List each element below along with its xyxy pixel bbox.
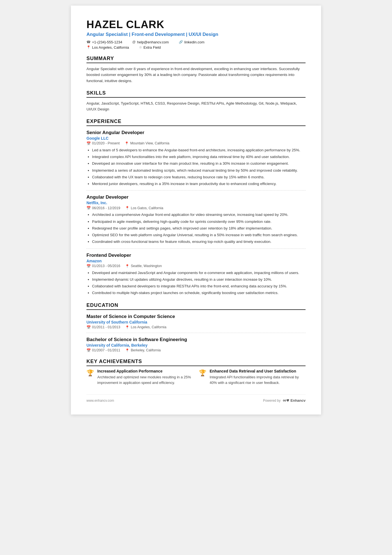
achievement-1-icon: 🏆	[86, 369, 94, 377]
calendar-icon-2: 📅	[86, 206, 91, 210]
list-item: Redesigned the user profile and settings…	[92, 225, 306, 231]
achievement-2-text: Integrated API functionalities improving…	[210, 374, 306, 386]
experience-title: EXPERIENCE	[86, 119, 306, 126]
edu-1-school: University of Southern California	[86, 320, 306, 324]
header: HAZEL CLARK Angular Specialist | Front-e…	[86, 19, 306, 50]
list-item: Contributed to multiple high-stakes proj…	[92, 290, 306, 296]
candidate-title: Angular Specialist | Front-end Developme…	[86, 32, 306, 37]
education-section: EDUCATION Master of Science in Computer …	[86, 302, 306, 352]
skills-section: SKILLS Angular, JavaScript, TypeScript, …	[86, 90, 306, 112]
job-2-location: 📍 Los Gatos, California	[125, 206, 163, 210]
list-item: Collaborated with backend developers to …	[92, 283, 306, 289]
location-icon-1: 📍	[125, 141, 129, 145]
resume-page: HAZEL CLARK Angular Specialist | Front-e…	[71, 6, 321, 415]
job-1-location: 📍 Mountain View, California	[125, 141, 169, 145]
achievement-2-icon: 🏆	[199, 369, 206, 377]
enhancv-name: Enhancv	[291, 398, 306, 403]
job-3-dates: 📅 01/2013 - 05/2016	[86, 264, 120, 268]
location-icon-2: 📍	[125, 206, 130, 210]
summary-text: Angular Specialist with over 8 years of …	[86, 66, 306, 84]
list-item: Collaborated with the UX team to redesig…	[92, 174, 306, 180]
enhancv-logo: ∞♥ Enhancv	[283, 398, 306, 403]
phone-value: +1-(234)-555-1234	[92, 40, 122, 44]
job-2-title: Angular Developer	[86, 194, 306, 200]
summary-section: SUMMARY Angular Specialist with over 8 y…	[86, 56, 306, 84]
list-item: Mentored junior developers, resulting in…	[92, 181, 306, 187]
calendar-icon-edu1: 📅	[86, 325, 91, 329]
location-icon: 📍	[86, 45, 91, 49]
list-item: Coordinated with cross-functional teams …	[92, 239, 306, 245]
edu-1: Master of Science in Computer Science Un…	[86, 314, 306, 329]
achievement-1-title: Increased Application Performance	[97, 369, 193, 373]
achievement-1-text: Architected and optimized new modules re…	[97, 374, 193, 386]
list-item: Implemented dynamic UI updates utilizing…	[92, 277, 306, 283]
list-item: Developed and maintained JavaScript and …	[92, 270, 306, 276]
achievements-section: KEY ACHIEVEMENTS 🏆 Increased Application…	[86, 359, 306, 386]
achievements-grid: 🏆 Increased Application Performance Arch…	[86, 369, 306, 386]
footer-website: www.enhancv.com	[86, 399, 114, 403]
job-3-company: Amazon	[86, 259, 306, 263]
edu-2-dates: 📅 01/2007 - 01/2011	[86, 348, 120, 352]
job-1-meta: 📅 01/2020 - Present 📍 Mountain View, Cal…	[86, 141, 306, 145]
extra-value: Extra Field	[143, 45, 161, 50]
edu-1-location: 📍 Los Angeles, California	[125, 325, 166, 329]
location-icon-3: 📍	[125, 264, 130, 268]
skills-title: SKILLS	[86, 90, 306, 98]
job-1-dates: 📅 01/2020 - Present	[86, 141, 120, 145]
location-value: Los Angeles, California	[92, 45, 129, 50]
list-item: Architected a comprehensive Angular fron…	[92, 212, 306, 218]
achievement-2-title: Enhanced Data Retrieval and User Satisfa…	[210, 369, 306, 373]
achievements-title: KEY ACHIEVEMENTS	[86, 359, 306, 366]
calendar-icon-edu2: 📅	[86, 348, 91, 352]
skills-text: Angular, JavaScript, TypeScript, HTML5, …	[86, 100, 306, 112]
email-contact: @ help@enhancv.com	[132, 40, 169, 44]
contact-row-2: 📍 Los Angeles, California ☆ Extra Field	[86, 45, 306, 50]
candidate-name: HAZEL CLARK	[86, 19, 306, 31]
linkedin-icon: 🔗	[179, 40, 183, 44]
job-2-dates: 📅 06/2016 - 12/2019	[86, 206, 120, 210]
list-item: Integrated complex API functionalities i…	[92, 154, 306, 160]
phone-contact: ☎ +1-(234)-555-1234	[86, 40, 122, 44]
job-1-bullets: Led a team of 5 developers to enhance th…	[86, 147, 306, 187]
location-icon-edu2: 📍	[125, 348, 130, 352]
achievement-2: 🏆 Enhanced Data Retrieval and User Satis…	[199, 369, 306, 386]
edu-2-school: University of California, Berkeley	[86, 343, 306, 347]
edu-2-degree: Bachelor of Science in Software Engineer…	[86, 337, 306, 342]
job-1-title: Senior Angular Developer	[86, 130, 306, 135]
job-3-title: Frontend Developer	[86, 253, 306, 258]
enhancv-symbol: ∞♥	[283, 398, 289, 403]
job-3: Frontend Developer Amazon 📅 01/2013 - 05…	[86, 253, 306, 296]
location-contact: 📍 Los Angeles, California	[86, 45, 129, 50]
edu-2-meta: 📅 01/2007 - 01/2011 📍 Berkeley, Californ…	[86, 348, 306, 352]
job-1-company: Google LLC	[86, 136, 306, 140]
edu-1-meta: 📅 01/2011 - 01/2013 📍 Los Angeles, Calif…	[86, 325, 306, 329]
job-2-bullets: Architected a comprehensive Angular fron…	[86, 212, 306, 245]
list-item: Implemented a series of automated testin…	[92, 167, 306, 174]
list-item: Participated in agile meetings, deliveri…	[92, 219, 306, 225]
edu-1-dates: 📅 01/2011 - 01/2013	[86, 325, 120, 329]
email-value: help@enhancv.com	[137, 40, 169, 44]
list-item: Led a team of 5 developers to enhance th…	[92, 147, 306, 153]
star-icon: ☆	[139, 45, 142, 49]
experience-section: EXPERIENCE Senior Angular Developer Goog…	[86, 119, 306, 296]
phone-icon: ☎	[86, 40, 91, 44]
achievement-2-content: Enhanced Data Retrieval and User Satisfa…	[210, 369, 306, 386]
edu-2-location: 📍 Berkeley, California	[125, 348, 160, 352]
calendar-icon-3: 📅	[86, 264, 91, 268]
linkedin-contact: 🔗 linkedin.com	[179, 40, 204, 44]
powered-by-text: Powered by	[263, 399, 281, 403]
email-icon: @	[132, 40, 136, 44]
job-2-meta: 📅 06/2016 - 12/2019 📍 Los Gatos, Califor…	[86, 206, 306, 210]
edu-1-degree: Master of Science in Computer Science	[86, 314, 306, 319]
job-2-company: Netflix, Inc.	[86, 201, 306, 205]
job-3-location: 📍 Seattle, Washington	[125, 264, 162, 268]
extra-contact: ☆ Extra Field	[139, 45, 161, 50]
edu-2: Bachelor of Science in Software Engineer…	[86, 337, 306, 352]
summary-title: SUMMARY	[86, 56, 306, 63]
education-title: EDUCATION	[86, 302, 306, 310]
footer-brand: Powered by ∞♥ Enhancv	[263, 398, 306, 403]
achievement-1: 🏆 Increased Application Performance Arch…	[86, 369, 193, 386]
achievement-1-content: Increased Application Performance Archit…	[97, 369, 193, 386]
job-2: Angular Developer Netflix, Inc. 📅 06/201…	[86, 194, 306, 245]
list-item: Developed an innovative user interface f…	[92, 161, 306, 167]
